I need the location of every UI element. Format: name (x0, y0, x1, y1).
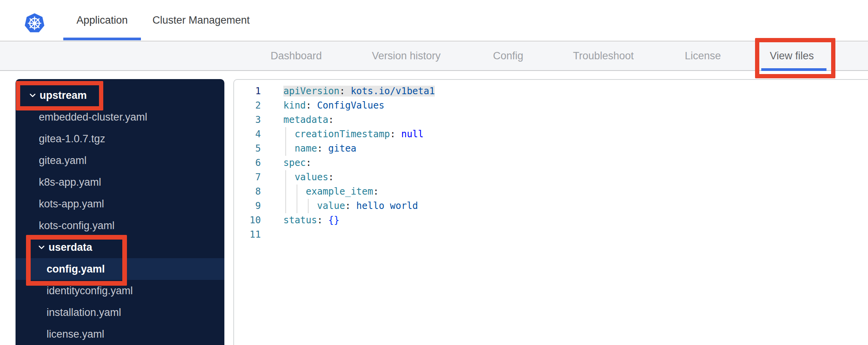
token-pln (283, 186, 306, 197)
code-text: value: hello world (283, 199, 418, 213)
line-number: 11 (234, 228, 261, 242)
token-str: ConfigValues (317, 100, 384, 111)
tree-file-kots-config.yaml[interactable]: kots-config.yaml (16, 215, 224, 236)
tree-item-label: license.yaml (47, 323, 104, 345)
code-text: spec: (283, 156, 311, 170)
chevron-down-icon[interactable] (28, 91, 37, 100)
code-line: 5 name: gitea (234, 141, 868, 156)
line-number: 8 (234, 185, 261, 199)
top-header: Application Cluster Management (0, 0, 868, 41)
app-nav-bar: DashboardVersion historyConfigTroublesho… (0, 41, 868, 71)
code-text: status: {} (283, 213, 340, 228)
file-tree-sidebar: upstreamembedded-cluster.yamlgitea-1.0.7… (16, 79, 224, 345)
token-key: example_item (306, 186, 373, 197)
kots-admin-console: Application Cluster Management Dashboard… (0, 0, 868, 345)
code-line: 11 (234, 228, 868, 242)
tree-item-label: kots-app.yaml (39, 193, 104, 215)
code-text: metadata: (283, 113, 334, 127)
kubernetes-logo-icon (24, 12, 45, 34)
line-number: 4 (234, 127, 261, 141)
tree-file-identityconfig.yaml[interactable]: identityconfig.yaml (16, 280, 224, 302)
code-line: 9 value: hello world (234, 199, 868, 213)
line-number: 2 (234, 98, 261, 113)
token-pln: : (317, 215, 328, 226)
tree-file-license.yaml[interactable]: license.yaml (16, 323, 224, 345)
tree-item-label: k8s-app.yaml (39, 171, 101, 193)
yaml-file-viewer[interactable]: 1apiVersion: kots.io/v1beta12kind: Confi… (233, 79, 868, 345)
tree-file-gitea-1.0.7.tgz[interactable]: gitea-1.0.7.tgz (16, 128, 224, 150)
token-key: creationTimestamp (295, 129, 390, 140)
tree-folder-userdata[interactable]: userdata (16, 236, 224, 258)
nav-tab-troubleshoot[interactable]: Troubleshoot (573, 41, 634, 70)
token-key: values (295, 172, 328, 183)
view-files-active-underline (761, 68, 826, 71)
token-str: gitea (328, 143, 356, 154)
tree-item-label: gitea.yaml (39, 150, 87, 171)
code-line: 7 values: (234, 170, 868, 185)
code-line: 1apiVersion: kots.io/v1beta1 (234, 84, 868, 98)
tree-item-label: upstream (40, 85, 87, 106)
code-line: 3metadata: (234, 113, 868, 127)
tree-file-installation.yaml[interactable]: installation.yaml (16, 302, 224, 323)
code-line: 8 example_item: (234, 185, 868, 199)
token-pln: : (390, 129, 401, 140)
token-key: status (283, 215, 317, 226)
code-text: example_item: (283, 185, 379, 199)
token-key: spec (283, 157, 306, 168)
code-text: values: (283, 170, 334, 185)
tree-item-label: gitea-1.0.7.tgz (39, 128, 105, 150)
line-number: 5 (234, 141, 261, 156)
token-str: kots.io/v1beta1 (351, 86, 435, 97)
tree-item-label: kots-config.yaml (39, 215, 115, 236)
nav-tab-dashboard[interactable]: Dashboard (271, 41, 322, 70)
tree-item-label: config.yaml (47, 258, 105, 280)
nav-tab-version-history[interactable]: Version history (372, 41, 441, 70)
nav-tab-view-files[interactable]: View files (770, 41, 814, 70)
code-text: creationTimestamp: null (283, 127, 424, 141)
tree-file-k8s-app.yaml[interactable]: k8s-app.yaml (16, 171, 224, 193)
line-number: 7 (234, 170, 261, 185)
token-brace: {} (328, 215, 340, 226)
tree-file-embedded-cluster.yaml[interactable]: embedded-cluster.yaml (16, 106, 224, 128)
tree-item-label: identityconfig.yaml (47, 280, 133, 302)
token-key: kind (283, 100, 306, 111)
code-text: apiVersion: kots.io/v1beta1 (283, 84, 435, 98)
token-pln (283, 200, 317, 211)
token-pln (283, 172, 295, 183)
nav-tab-license[interactable]: License (685, 41, 721, 70)
tab-cluster-management[interactable]: Cluster Management (145, 0, 257, 41)
token-pln (283, 143, 295, 154)
code-text: kind: ConfigValues (283, 98, 384, 113)
active-tab-underline (63, 38, 141, 40)
token-str: hello world (356, 200, 418, 211)
tab-application[interactable]: Application (63, 0, 141, 41)
token-pln: : (340, 86, 351, 97)
tree-file-kots-app.yaml[interactable]: kots-app.yaml (16, 193, 224, 215)
chevron-down-icon[interactable] (37, 243, 46, 252)
token-pln: : (345, 200, 356, 211)
tree-file-gitea.yaml[interactable]: gitea.yaml (16, 150, 224, 171)
tree-item-label: installation.yaml (47, 302, 121, 323)
code-line: 10status: {} (234, 213, 868, 228)
line-number: 9 (234, 199, 261, 213)
tree-item-label: userdata (49, 236, 92, 258)
token-key: metadata (283, 114, 328, 125)
nav-tab-config[interactable]: Config (493, 41, 523, 70)
tree-file-config.yaml[interactable]: config.yaml (16, 258, 224, 280)
token-pln: : (317, 143, 328, 154)
token-pln: : (306, 157, 311, 168)
token-kw: null (401, 129, 424, 140)
token-key: apiVersion (283, 86, 340, 97)
tree-folder-upstream[interactable]: upstream (16, 85, 224, 106)
code-line: 6spec: (234, 156, 868, 170)
line-number: 10 (234, 213, 261, 228)
token-key: name (295, 143, 317, 154)
token-pln: : (328, 172, 334, 183)
token-pln: : (306, 100, 317, 111)
code-line: 2kind: ConfigValues (234, 98, 868, 113)
tree-item-label: embedded-cluster.yaml (39, 106, 147, 128)
line-number: 1 (234, 84, 261, 98)
token-key: value (317, 200, 345, 211)
line-number: 6 (234, 156, 261, 170)
code-text: name: gitea (283, 141, 356, 156)
